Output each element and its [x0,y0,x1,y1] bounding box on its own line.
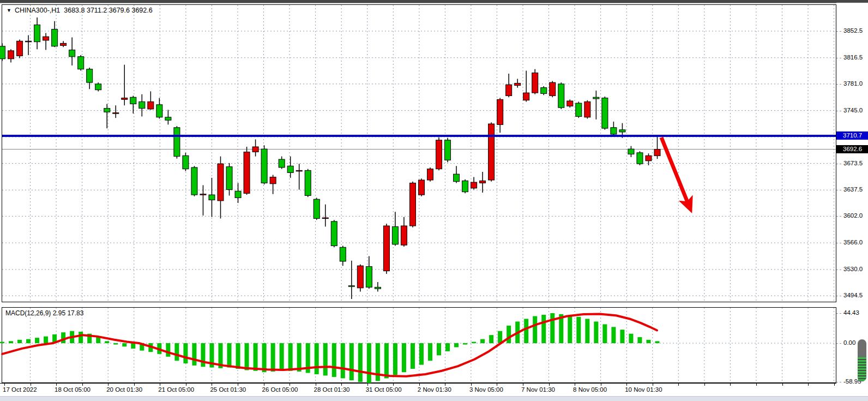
candle-body [471,182,477,188]
time-tick [497,384,497,386]
macd-histogram-bar [122,343,126,346]
candle-body [611,128,617,134]
candle-body [348,286,354,287]
candle-body [646,155,652,160]
time-tick [212,384,212,386]
candle-body [366,266,372,287]
candle-body [156,105,162,117]
candle-body [506,85,512,95]
macd-histogram-bar [341,343,345,378]
candle-body [593,97,599,99]
macd-axis-label: 0.00 [843,339,855,346]
time-tick [730,384,731,386]
macd-histogram-bar [315,343,319,374]
macd-histogram-bar [61,332,65,343]
macd-histogram-bar [550,313,554,343]
macd-histogram-bar [402,343,406,372]
candle-body [550,82,556,95]
scrollbar-stripes-decoration [858,357,866,381]
time-tick [756,384,757,386]
price-tick-dash [836,58,841,58]
macd-histogram-bar [602,324,607,343]
scrollbar-thumb[interactable] [858,339,866,381]
time-axis-label: 18 Oct 05:00 [55,386,91,393]
candle-body [191,167,197,195]
candle-body [279,159,285,167]
macd-histogram-bar [174,343,179,361]
time-tick [82,384,83,386]
candle-body [104,109,110,112]
macd-histogram-bar [576,317,581,343]
candle-body [541,88,547,94]
time-tick [808,384,809,386]
time-tick [264,384,264,386]
candle-body [61,43,67,45]
macd-histogram-bar [524,319,528,343]
candle-body [489,124,495,180]
time-tick [108,384,108,386]
candle-body [331,222,337,246]
macd-histogram-bar [166,343,170,357]
time-tick [341,384,342,386]
price-axis-label: 3494.5 [843,292,863,298]
candle-body [401,226,407,245]
macd-histogram-bar [384,343,389,378]
macd-histogram-bar [280,343,284,371]
candle-body [296,170,302,171]
price-tick-dash [836,243,841,243]
candle-body [174,128,180,157]
time-tick [782,384,783,386]
candle-body [637,153,643,164]
macd-histogram-bar [0,342,4,343]
candle-body [619,130,625,132]
macd-tick-dash [836,313,841,314]
macd-indicator-panel[interactable]: MACD(12,26,9) 2.95 17.83 [2,307,836,383]
candle-body [628,149,634,154]
time-axis-label: 10 Nov 01:30 [625,386,662,393]
macd-histogram-bar [568,315,572,343]
candle-body [383,226,389,271]
symbol-dropdown-icon[interactable]: ▼ [7,8,11,13]
time-tick [160,384,160,386]
candle-body [375,287,381,289]
candle-body [139,101,145,108]
macd-histogram-bar [541,315,546,343]
macd-histogram-bar [498,331,502,343]
time-tick [704,384,705,386]
macd-histogram-bar [437,343,441,355]
candle-body [462,181,468,191]
macd-histogram-bar [245,343,249,370]
price-axis-label: 3566.0 [843,239,863,246]
price-axis-label: 3852.5 [843,27,863,34]
time-tick [31,384,31,386]
candle-body [200,194,206,195]
macd-histogram-bar [17,340,22,343]
candle-body [523,93,529,100]
time-axis-label: 8 Nov 05:00 [573,386,607,393]
candlestick-chart[interactable] [2,5,836,302]
candle-body [270,177,276,184]
price-axis-label: 3781.0 [843,80,863,87]
candle-body [34,25,40,41]
candle-body [252,147,258,152]
macd-histogram-bar [227,343,232,368]
candle-body [654,149,660,156]
macd-histogram-bar [585,319,589,343]
candle-body [497,99,503,124]
macd-histogram-bar [445,343,450,351]
macd-histogram-bar [131,343,135,349]
macd-histogram-bar [79,332,83,343]
candle-body [515,83,521,86]
candle-body [314,199,320,218]
candle-body [226,167,232,190]
candle-body [122,98,128,100]
time-axis-label: 31 Oct 05:00 [366,386,402,393]
time-tick [445,384,445,386]
macd-histogram-bar [271,343,275,372]
macd-histogram-bar [646,340,650,343]
price-chart-panel[interactable]: ▼CHINA300-,H1 3683.8 3711.2 3679.6 3692.… [2,4,836,302]
trading-chart-window: ▼CHINA300-,H1 3683.8 3711.2 3679.6 3692.… [0,0,868,401]
time-axis-label: 26 Oct 05:00 [262,386,298,393]
macd-histogram-bar [262,343,267,372]
down-trend-arrow[interactable] [661,137,689,206]
